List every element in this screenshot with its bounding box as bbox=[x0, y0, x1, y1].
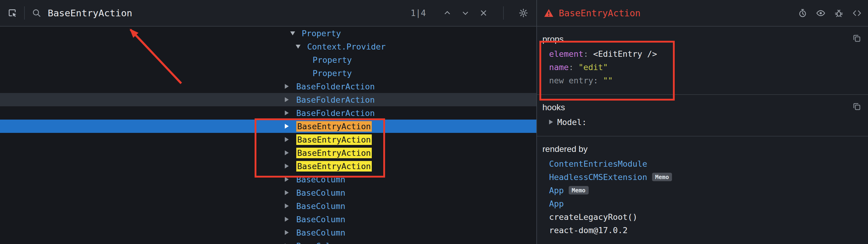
component-name: BaseColumn bbox=[296, 202, 345, 211]
chevron-right-icon[interactable] bbox=[285, 164, 289, 169]
chevron-down-icon[interactable] bbox=[296, 45, 301, 49]
components-tree-panel: 1|4 bbox=[0, 0, 536, 244]
memo-badge: Memo bbox=[569, 186, 589, 195]
chevron-right-icon[interactable] bbox=[285, 230, 289, 235]
search-icon bbox=[31, 8, 42, 18]
hook-name: Model: bbox=[557, 118, 587, 127]
component-name: BaseEntryAction bbox=[296, 148, 372, 158]
owner-link[interactable]: ContentEntriesModule bbox=[549, 159, 647, 169]
tree-row[interactable]: Property bbox=[0, 27, 536, 40]
chevron-right-icon[interactable] bbox=[285, 217, 289, 222]
memo-badge: Memo bbox=[652, 173, 672, 182]
component-name: BaseColumn bbox=[296, 175, 345, 184]
inspector-body: props element <EditEntry /> name "edit" … bbox=[537, 27, 868, 244]
rendered-by-item[interactable]: HeadlessCMSExtension Memo bbox=[542, 170, 862, 184]
component-name: Property bbox=[313, 55, 352, 65]
profiler-timer-icon[interactable] bbox=[797, 8, 808, 18]
search-box bbox=[31, 7, 410, 19]
tree-row[interactable]: BaseFolderAction bbox=[0, 93, 536, 106]
hooks-section: hooks Model: bbox=[537, 95, 868, 136]
toolbar-divider bbox=[24, 6, 25, 20]
prop-value: "" bbox=[603, 76, 613, 85]
prop-row-name[interactable]: name "edit" bbox=[542, 60, 862, 74]
prop-key: name bbox=[549, 62, 578, 72]
search-input[interactable] bbox=[48, 7, 410, 19]
next-match-icon[interactable] bbox=[460, 8, 470, 18]
hook-row-model[interactable]: Model: bbox=[542, 115, 862, 129]
inspect-dom-eye-icon[interactable] bbox=[815, 8, 826, 18]
tree-row[interactable]: BaseEntryAction bbox=[0, 159, 536, 173]
tree-row[interactable]: BaseEntryAction bbox=[0, 133, 536, 146]
tree-row[interactable]: Property bbox=[0, 66, 536, 80]
component-name: Property bbox=[302, 29, 341, 38]
settings-gear-icon[interactable] bbox=[518, 8, 529, 18]
owner-link[interactable]: App bbox=[549, 186, 564, 195]
component-name: BaseColumn bbox=[296, 215, 345, 224]
tree-toolbar: 1|4 bbox=[0, 0, 536, 27]
tree-row[interactable]: BaseFolderAction bbox=[0, 80, 536, 93]
props-section-title: props bbox=[542, 34, 862, 44]
clear-search-icon[interactable] bbox=[478, 8, 489, 18]
inspect-element-icon[interactable] bbox=[7, 8, 18, 18]
owner-label: createLegacyRoot() bbox=[549, 212, 638, 222]
rendered-by-item[interactable]: App Memo bbox=[542, 184, 862, 197]
tree-row[interactable]: BaseColumn bbox=[0, 186, 536, 199]
component-inspector-panel: BaseEntryAction bbox=[536, 0, 868, 244]
chevron-right-icon[interactable] bbox=[285, 137, 289, 142]
chevron-down-icon[interactable] bbox=[290, 31, 295, 35]
chevron-right-icon[interactable] bbox=[285, 204, 289, 208]
tree-row-selected[interactable]: BaseEntryAction bbox=[0, 120, 536, 133]
rendered-by-item[interactable]: ContentEntriesModule bbox=[542, 157, 862, 170]
inspector-toolbar-icons bbox=[797, 8, 862, 18]
tree-row[interactable]: Context.Provider bbox=[0, 40, 536, 53]
component-name: BaseColumn bbox=[296, 228, 345, 237]
copy-hooks-icon[interactable] bbox=[852, 102, 861, 111]
tree-row[interactable]: BaseColumn bbox=[0, 239, 536, 244]
previous-match-icon[interactable] bbox=[442, 8, 453, 18]
component-name: BaseColumn bbox=[296, 188, 345, 197]
rendered-by-item[interactable]: react-dom@17.0.2 bbox=[542, 223, 862, 237]
inspector-header: BaseEntryAction bbox=[537, 0, 868, 27]
owner-link[interactable]: App bbox=[549, 199, 564, 208]
prop-key: new entry bbox=[549, 76, 603, 85]
component-name: BaseEntryAction bbox=[296, 161, 372, 172]
tree-row[interactable]: Property bbox=[0, 53, 536, 66]
component-name: BaseEntryAction bbox=[296, 134, 372, 145]
search-controls: 1|4 bbox=[410, 6, 529, 20]
prop-key: element bbox=[549, 49, 593, 59]
component-name: BaseFolderAction bbox=[296, 95, 375, 104]
tree-row[interactable]: BaseColumn bbox=[0, 226, 536, 239]
chevron-right-icon[interactable] bbox=[549, 120, 553, 124]
component-name: BaseFolderAction bbox=[296, 109, 375, 118]
tree-row[interactable]: BaseColumn bbox=[0, 213, 536, 226]
component-name: Property bbox=[313, 68, 352, 78]
component-tree: Property Context.Provider Property Prope… bbox=[0, 27, 536, 244]
prop-row-element[interactable]: element <EditEntry /> bbox=[542, 47, 862, 60]
owner-label: react-dom@17.0.2 bbox=[549, 225, 628, 235]
view-source-code-icon[interactable] bbox=[852, 8, 862, 18]
rendered-by-item[interactable]: App bbox=[542, 197, 862, 210]
chevron-right-icon[interactable] bbox=[285, 97, 289, 102]
tree-row[interactable]: BaseColumn bbox=[0, 173, 536, 186]
owner-link[interactable]: HeadlessCMSExtension bbox=[549, 173, 647, 182]
chevron-right-icon[interactable] bbox=[285, 177, 289, 182]
rendered-by-section-title: rendered by bbox=[542, 144, 862, 154]
react-devtools-components-panel: 1|4 bbox=[0, 0, 868, 244]
tree-row[interactable]: BaseColumn bbox=[0, 199, 536, 213]
chevron-right-icon[interactable] bbox=[285, 84, 289, 89]
chevron-right-icon[interactable] bbox=[285, 150, 289, 155]
rendered-by-item[interactable]: createLegacyRoot() bbox=[542, 210, 862, 223]
chevron-right-icon[interactable] bbox=[285, 124, 289, 129]
component-name: BaseColumn bbox=[296, 241, 345, 244]
component-name: Context.Provider bbox=[307, 42, 386, 51]
copy-props-icon[interactable] bbox=[852, 34, 861, 43]
chevron-right-icon[interactable] bbox=[285, 111, 289, 115]
hooks-section-title: hooks bbox=[542, 103, 862, 112]
tree-row[interactable]: BaseFolderAction bbox=[0, 106, 536, 120]
tree-row[interactable]: BaseEntryAction bbox=[0, 146, 536, 159]
rendered-by-section: rendered by ContentEntriesModule Headles… bbox=[537, 136, 868, 244]
chevron-right-icon[interactable] bbox=[285, 190, 289, 195]
debug-bug-icon[interactable] bbox=[834, 8, 844, 18]
props-section: props element <EditEntry /> name "edit" … bbox=[537, 27, 868, 95]
prop-row-new-entry[interactable]: new entry "" bbox=[542, 74, 862, 87]
